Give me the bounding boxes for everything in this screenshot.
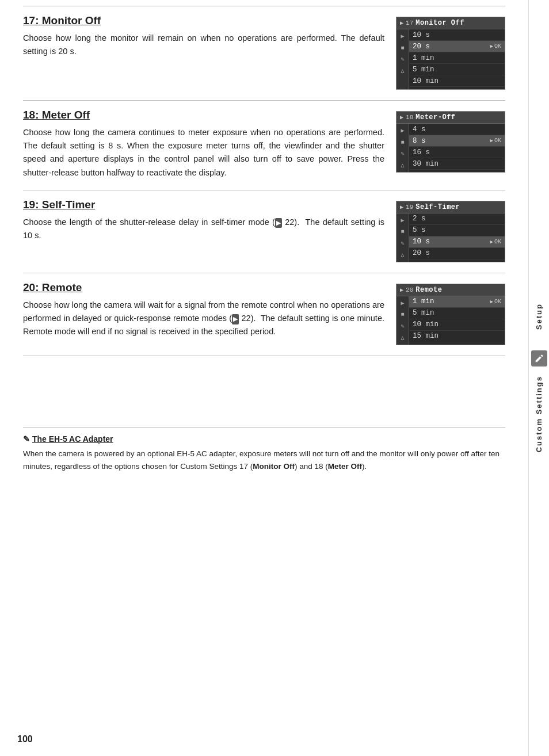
footer-bold-2: Meter Off xyxy=(328,462,362,471)
menu-18-icon-2: ■ xyxy=(396,136,409,148)
menu-20-item-3-label: 15 min xyxy=(413,332,439,340)
menu-18-num: 18 xyxy=(406,114,413,121)
menu-17-item-4: 10 min xyxy=(409,75,505,87)
menu-20-icon-1: ▶ xyxy=(396,297,409,309)
menu-17-item-4-label: 10 min xyxy=(413,77,439,85)
section-19: 19: Self-Timer Choose the length of the … xyxy=(23,198,505,262)
menu-19-item-2-ok: ▶OK xyxy=(490,239,501,245)
rule-19-20 xyxy=(23,273,505,273)
menu-18-icon-4: △ xyxy=(396,159,409,171)
section-18-title: 18: Meter Off xyxy=(23,109,384,121)
section-18-menu: ▶ 18 Meter-Off ▶ ■ ✎ △ 4 s xyxy=(396,111,505,173)
section-19-layout: 19: Self-Timer Choose the length of the … xyxy=(23,198,505,262)
menu-17-item-2: 1 min xyxy=(409,52,505,64)
menu-17-item-0-label: 10 s xyxy=(413,31,430,39)
menu-19-num: 19 xyxy=(406,204,413,211)
section-19-menu: ▶ 19 Self-Timer ▶ ■ ✎ △ 2 s xyxy=(396,201,505,262)
menu-17-items: 10 s 20 s ▶OK 1 min 5 min xyxy=(409,29,505,89)
section-17-menu: ▶ 17 Monitor Off ▶ ■ ✎ △ xyxy=(396,17,505,90)
menu-icon-2: ■ xyxy=(396,42,409,54)
menu-19-icon-4: △ xyxy=(396,249,409,261)
menu-17-item-0: 10 s xyxy=(409,29,505,41)
menu-20-num: 20 xyxy=(406,287,413,293)
menu-19-item-1-label: 5 s xyxy=(413,226,426,234)
menu-icon-3: ✎ xyxy=(396,54,409,65)
menu-17-item-1: 20 s ▶OK xyxy=(409,41,505,52)
menu-17-item-1-ok: ▶OK xyxy=(490,43,501,49)
menu-17-header: ▶ 17 Monitor Off xyxy=(396,17,505,29)
menu-18-arrow: ▶ xyxy=(400,114,403,121)
page-number: 100 xyxy=(17,734,33,744)
menu-20-item-0: 1 min ▶OK xyxy=(409,296,505,308)
menu-20-item-3: 15 min xyxy=(409,331,505,342)
menu-17-arrow: ▶ xyxy=(400,20,403,26)
menu-17-item-3: 5 min xyxy=(409,64,505,75)
menu-19-body: ▶ ■ ✎ △ 2 s 5 s xyxy=(396,213,505,262)
section-18: 18: Meter Off Choose how long the camera… xyxy=(23,109,505,180)
main-content: 17: Monitor Off Choose how long the moni… xyxy=(0,0,528,756)
menu-19-item-1: 5 s xyxy=(409,225,505,236)
menu-17-num: 17 xyxy=(406,20,413,26)
menu-19-item-0: 2 s xyxy=(409,213,505,225)
section-17-body: Choose how long the monitor will remain … xyxy=(23,32,384,58)
menu-icon-5 xyxy=(396,77,409,88)
menu-20-item-1: 5 min xyxy=(409,308,505,319)
menu-icon-1: ▶ xyxy=(396,30,409,42)
section-19-title: 19: Self-Timer xyxy=(23,198,384,211)
footer-body-mid: ) and 18 ( xyxy=(295,462,328,471)
menu-icon-4: △ xyxy=(396,65,409,77)
menu-18-item-3: 30 min xyxy=(409,158,505,170)
menu-20-arrow: ▶ xyxy=(400,287,403,293)
menu-17-body: ▶ ■ ✎ △ 10 s 20 s ▶OK xyxy=(396,29,505,89)
section-18-text: 18: Meter Off Choose how long the camera… xyxy=(23,109,384,180)
section-20-menu: ▶ 20 Remote ▶ ■ ✎ △ 1 min xyxy=(396,284,505,345)
footer-note: ✎ The EH-5 AC Adapter When the camera is… xyxy=(23,427,505,473)
menu-20-body: ▶ ■ ✎ △ 1 min ▶OK 5 min xyxy=(396,296,505,345)
top-rule xyxy=(23,6,505,6)
menu-19-item-3-label: 20 s xyxy=(413,249,430,257)
footer-bold-1: Monitor Off xyxy=(253,462,295,471)
section-20-text: 20: Remote Choose how long the camera wi… xyxy=(23,281,384,339)
menu-18-item-0-label: 4 s xyxy=(413,125,426,133)
menu-20-title: Remote xyxy=(415,286,442,294)
menu-20-item-1-label: 5 min xyxy=(413,309,434,317)
menu-18-item-1-ok: ▶OK xyxy=(490,138,501,144)
menu-20-item-2: 10 min xyxy=(409,319,505,331)
menu-19-item-2-label: 10 s xyxy=(413,238,430,246)
section-20-body: Choose how long the camera will wait for… xyxy=(23,299,384,339)
menu-18-item-2: 16 s xyxy=(409,147,505,158)
section-17: 17: Monitor Off Choose how long the moni… xyxy=(23,14,505,90)
menu-20-item-2-label: 10 min xyxy=(413,320,439,329)
menu-20-icon-2: ■ xyxy=(396,309,409,320)
rule-20-footer xyxy=(23,356,505,356)
section-17-layout: 17: Monitor Off Choose how long the moni… xyxy=(23,14,505,90)
section-19-body: Choose the length of the shutter-release… xyxy=(23,216,384,242)
menu-17-icons: ▶ ■ ✎ △ xyxy=(396,29,409,89)
menu-19-item-3: 20 s xyxy=(409,248,505,259)
menu-18-item-2-label: 16 s xyxy=(413,148,430,156)
menu-20-item-0-ok: ▶OK xyxy=(490,299,501,305)
menu-19-item-2: 10 s ▶OK xyxy=(409,236,505,248)
footer-body-post: ). xyxy=(362,462,367,471)
footer-note-title: ✎ The EH-5 AC Adapter xyxy=(23,433,505,445)
section-17-title: 17: Monitor Off xyxy=(23,14,384,27)
sidebar-custom-label: Custom Settings xyxy=(532,371,546,457)
timer-icon-19: ▶ xyxy=(275,218,282,228)
menu-20-icons: ▶ ■ ✎ △ xyxy=(396,296,409,345)
pencil-svg xyxy=(534,353,544,364)
menu-20-header: ▶ 20 Remote xyxy=(396,284,505,296)
footer-note-body: When the camera is powered by an optiona… xyxy=(23,448,505,472)
menu-20-item-0-label: 1 min xyxy=(413,297,434,306)
menu-19-title: Self-Timer xyxy=(415,203,460,211)
menu-19-header: ▶ 19 Self-Timer xyxy=(396,201,505,213)
menu-19-icon-1: ▶ xyxy=(396,215,409,226)
menu-19-items: 2 s 5 s 10 s ▶OK 20 s xyxy=(409,213,505,262)
spacer xyxy=(23,364,505,410)
menu-19-arrow: ▶ xyxy=(400,204,403,211)
menu-18-item-1: 8 s ▶OK xyxy=(409,135,505,147)
menu-19-icons: ▶ ■ ✎ △ xyxy=(396,213,409,262)
section-20-layout: 20: Remote Choose how long the camera wi… xyxy=(23,281,505,345)
menu-18-items: 4 s 8 s ▶OK 16 s 30 min xyxy=(409,124,505,172)
menu-18-item-1-label: 8 s xyxy=(413,137,426,145)
menu-18-header: ▶ 18 Meter-Off xyxy=(396,112,505,124)
